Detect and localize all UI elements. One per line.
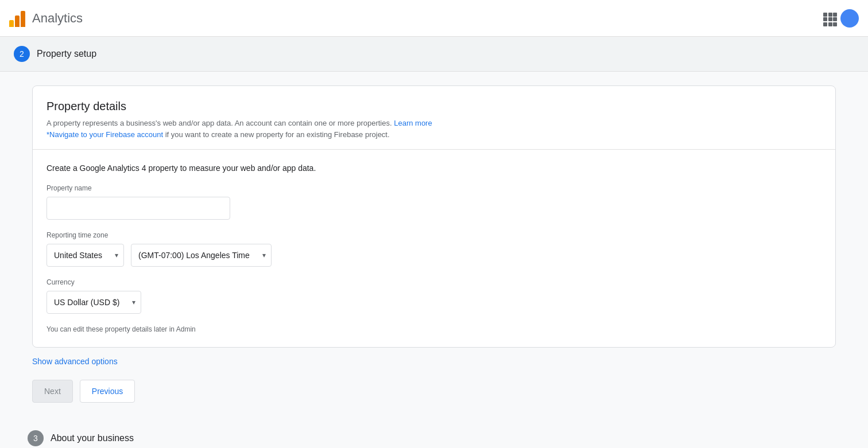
timezone-group: Reporting time zone United States ▾ (GMT…: [46, 231, 822, 267]
step3-badge: 3: [28, 430, 44, 446]
app-header: Analytics: [0, 0, 868, 37]
apps-grid-icon[interactable]: [822, 11, 836, 25]
currency-select[interactable]: US Dollar (USD $): [46, 291, 141, 314]
analytics-logo: [9, 10, 25, 27]
step3-section: 3 About your business: [14, 421, 836, 448]
property-details-card: Property details A property represents a…: [32, 85, 836, 348]
firebase-link[interactable]: *Navigate to your Firebase account: [46, 130, 163, 139]
card-body: Create a Google Analytics 4 property to …: [33, 150, 835, 347]
step3-title: About your business: [51, 433, 134, 443]
user-avatar[interactable]: [840, 9, 859, 28]
timezone-select-wrapper: (GMT-07:00) Los Angeles Time ▾: [131, 244, 272, 267]
property-name-input[interactable]: [46, 197, 230, 220]
edit-note: You can edit these property details late…: [46, 325, 822, 333]
step2-header: 2 Property setup: [0, 37, 868, 72]
currency-label: Currency: [46, 278, 822, 286]
country-select-wrapper: United States ▾: [46, 244, 124, 267]
card-description: A property represents a business's web a…: [46, 118, 822, 140]
firebase-desc: if you want to create a new property for…: [163, 130, 390, 139]
country-select[interactable]: United States: [46, 244, 124, 267]
card-desc-text: A property represents a business's web a…: [46, 119, 392, 127]
learn-more-link[interactable]: Learn more: [394, 119, 432, 127]
step2-badge: 2: [14, 46, 30, 62]
logo-bar-2: [15, 15, 20, 27]
card-subtitle: Create a Google Analytics 4 property to …: [46, 163, 822, 173]
advanced-options-link[interactable]: Show advanced options: [32, 357, 118, 366]
currency-group: Currency US Dollar (USD $) ▾: [46, 278, 822, 314]
header-right: [822, 9, 859, 28]
previous-button[interactable]: Previous: [80, 380, 135, 403]
timezone-label: Reporting time zone: [46, 231, 822, 239]
next-button[interactable]: Next: [32, 380, 73, 403]
logo-bar-1: [9, 20, 14, 27]
header-left: Analytics: [9, 10, 83, 27]
timezone-row: United States ▾ (GMT-07:00) Los Angeles …: [46, 244, 822, 267]
property-name-label: Property name: [46, 184, 822, 192]
app-title: Analytics: [32, 11, 83, 26]
step2-title: Property setup: [37, 49, 96, 59]
card-header: Property details A property represents a…: [33, 86, 835, 150]
card-title: Property details: [46, 100, 822, 113]
timezone-select[interactable]: (GMT-07:00) Los Angeles Time: [131, 244, 272, 267]
logo-bar-3: [21, 11, 25, 27]
button-row: Next Previous: [32, 380, 836, 403]
currency-select-wrapper: US Dollar (USD $) ▾: [46, 291, 141, 314]
property-name-group: Property name: [46, 184, 822, 220]
main-content: Property details A property represents a…: [0, 72, 868, 448]
